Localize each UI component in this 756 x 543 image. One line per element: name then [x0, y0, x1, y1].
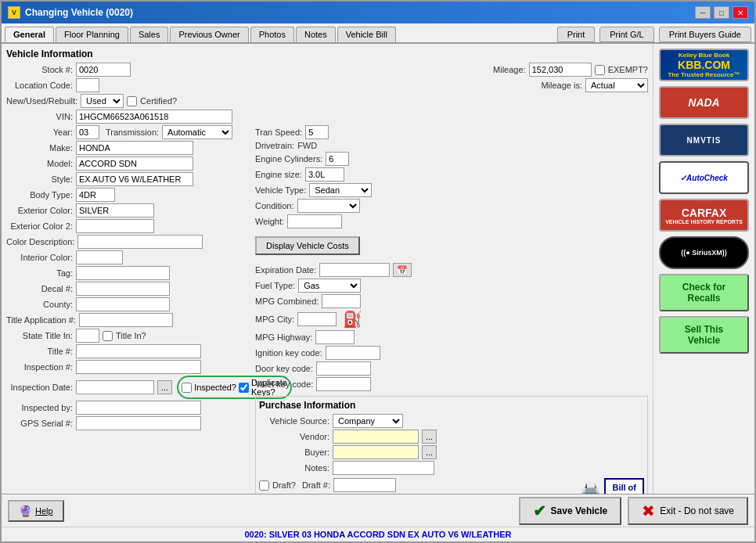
help-button[interactable]: 🔮 Help	[8, 500, 64, 522]
engine-cyl-input[interactable]	[326, 152, 349, 166]
vendor-label: Vendor:	[259, 432, 329, 441]
nmvtis-logo-button[interactable]: NMVTIS	[659, 124, 749, 156]
bill-of-sale-button[interactable]: Bill of Sale	[604, 478, 644, 494]
mileage-is-select[interactable]: Actual	[585, 78, 648, 92]
inspection-date-row: Inspection Date: ... Inspected? Duplicat…	[6, 376, 249, 399]
title-num-input[interactable]	[76, 344, 201, 358]
vehicle-type-select[interactable]: Sedan	[309, 183, 372, 197]
ext-color2-input[interactable]	[76, 219, 154, 233]
exp-date-picker[interactable]: 📅	[393, 263, 412, 277]
purchase-notes-input[interactable]	[333, 461, 434, 475]
engine-size-input[interactable]	[305, 167, 344, 182]
mpg-city-row: MPG City: ⛽	[255, 310, 648, 329]
state-title-input[interactable]	[76, 329, 99, 343]
duplicate-keys-checkbox[interactable]	[239, 383, 249, 393]
body-type-input[interactable]	[76, 188, 115, 202]
buyer-more-button[interactable]: ...	[422, 445, 437, 459]
vendor-more-button[interactable]: ...	[422, 430, 437, 444]
model-input[interactable]	[76, 156, 193, 171]
inspected-by-input[interactable]	[76, 401, 201, 415]
mpg-combined-input[interactable]	[322, 294, 361, 308]
check-recalls-button[interactable]: Check forRecalls	[659, 274, 749, 311]
location-input[interactable]	[76, 78, 99, 92]
print-buyers-guide-button[interactable]: Print Buyers Guide	[659, 27, 751, 42]
decal-input[interactable]	[76, 282, 170, 296]
nada-logo-button[interactable]: NADA	[659, 86, 749, 119]
valet-key-input[interactable]	[316, 377, 371, 391]
ext-color-input[interactable]	[76, 203, 154, 218]
print-gl-button[interactable]: Print G/L	[599, 27, 653, 42]
save-vehicle-button[interactable]: ✔ Save Vehicle	[519, 497, 622, 525]
mpg-highway-input[interactable]	[315, 330, 355, 344]
vehicle-right-col: Tran Speed: Drivetrain: FWD Engine Cylin…	[249, 125, 648, 494]
vehicle-source-label: Vehicle Source:	[259, 416, 329, 426]
inspected-checkbox[interactable]	[182, 383, 192, 393]
interior-color-row: Interior Color:	[6, 250, 249, 264]
title-in-checkbox[interactable]	[103, 331, 113, 341]
fuel-type-select[interactable]: Gas	[298, 279, 361, 293]
inspection-date-input[interactable]	[76, 380, 154, 394]
minimize-button[interactable]: ─	[695, 6, 711, 19]
print-button[interactable]: Print	[557, 27, 596, 42]
exit-button[interactable]: ✖ Exit - Do not save	[628, 497, 748, 525]
status-text: 0020: SILVER 03 HONDA ACCORD SDN EX AUTO…	[244, 530, 511, 539]
condition-label: Condition:	[255, 201, 294, 210]
carfax-subtitle: VEHICLE HISTORY REPORTS	[665, 219, 743, 225]
sirius-logo-button[interactable]: ((● SiriusXM))	[659, 236, 749, 269]
tab-floor-planning[interactable]: Floor Planning	[56, 27, 128, 42]
ignition-key-input[interactable]	[326, 346, 380, 360]
year-input[interactable]	[76, 125, 99, 139]
tab-general[interactable]: General	[5, 27, 54, 42]
autocheck-logo-button[interactable]: ✓AutoCheck	[659, 161, 749, 194]
tab-sales[interactable]: Sales	[130, 27, 169, 42]
vin-input[interactable]	[76, 110, 232, 124]
exempt-checkbox[interactable]	[595, 65, 605, 75]
tran-speed-input[interactable]	[305, 125, 329, 139]
vehicle-source-row: Vehicle Source: Company	[259, 414, 644, 428]
drivetrain-value: FWD	[297, 141, 317, 150]
gps-input[interactable]	[76, 416, 201, 430]
style-label: Style:	[6, 174, 73, 184]
new-used-select[interactable]: Used	[81, 94, 124, 108]
stock-mileage-row: Stock #: Mileage: EXEMPT?	[6, 63, 648, 77]
tab-previous-owner[interactable]: Previous Owner	[170, 27, 248, 42]
county-input[interactable]	[76, 297, 170, 311]
inspection-num-input[interactable]	[76, 360, 201, 374]
title-app-input[interactable]	[79, 313, 173, 327]
maximize-button[interactable]: □	[714, 6, 729, 19]
buyer-input[interactable]	[333, 445, 419, 459]
kbb-logo-button[interactable]: Kelley Blue Book KBB.COM The Trusted Res…	[659, 49, 749, 81]
style-input[interactable]	[76, 172, 193, 186]
ignition-key-label: Ignition key code:	[255, 348, 322, 358]
stock-input[interactable]	[76, 63, 131, 77]
vehicle-source-select[interactable]: Company	[333, 414, 403, 428]
vendor-input[interactable]	[333, 430, 419, 444]
carfax-logo-button[interactable]: CARFAX VEHICLE HISTORY REPORTS	[659, 199, 749, 232]
weight-label: Weight:	[255, 217, 284, 226]
door-key-input[interactable]	[316, 361, 371, 376]
weight-input[interactable]	[287, 214, 342, 228]
draft-checkbox[interactable]	[259, 480, 269, 491]
main-window: V Changing Vehicle (0020) ─ □ ✕ General …	[0, 0, 756, 543]
sell-vehicle-button[interactable]: Sell ThisVehicle	[659, 316, 749, 354]
kbb-kelley: Kelley Blue Book	[668, 52, 740, 59]
display-costs-button[interactable]: Display Vehicle Costs	[255, 236, 360, 255]
exp-date-input[interactable]	[319, 263, 390, 277]
close-button[interactable]: ✕	[733, 6, 748, 19]
color-desc-input[interactable]	[77, 235, 203, 249]
mileage-input[interactable]	[529, 63, 592, 77]
inspection-date-picker[interactable]: ...	[157, 380, 172, 394]
transmission-select[interactable]: Automatic	[162, 125, 232, 139]
drivetrain-row: Drivetrain: FWD	[255, 141, 648, 150]
tag-input[interactable]	[76, 266, 170, 280]
certified-checkbox[interactable]	[127, 96, 137, 106]
tab-notes[interactable]: Notes	[296, 27, 336, 42]
tab-vehicle-bill[interactable]: Vehicle Bill	[337, 27, 396, 42]
make-input[interactable]	[76, 141, 193, 155]
mpg-city-input[interactable]	[297, 312, 337, 326]
condition-select[interactable]	[297, 199, 360, 213]
check-recalls-text: Check forRecalls	[682, 282, 725, 304]
tab-photos[interactable]: Photos	[250, 27, 294, 42]
interior-color-input[interactable]	[76, 250, 123, 264]
draft-num-input[interactable]	[333, 478, 396, 492]
